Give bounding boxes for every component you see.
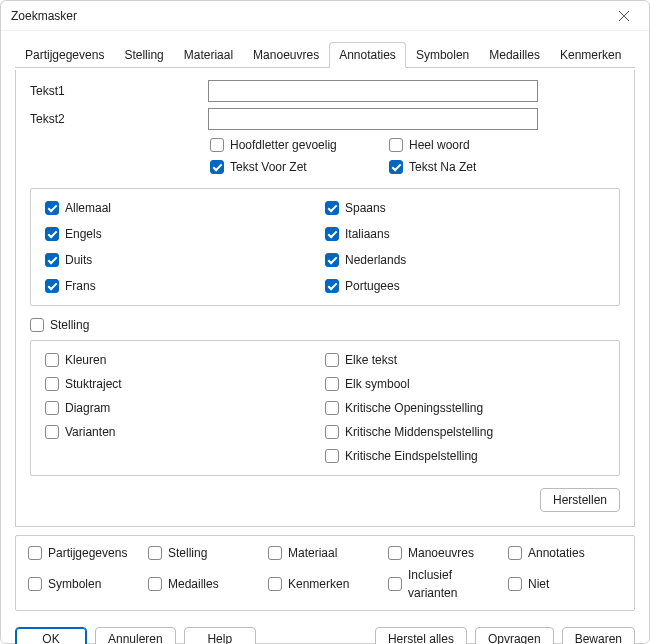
flag-kleuren-checkbox[interactable]: Kleuren <box>45 351 325 369</box>
flag-kritische-middenspelstelling-checkbox[interactable]: Kritische Middenspelstelling <box>325 423 605 441</box>
tab-partijgegevens[interactable]: Partijgegevens <box>15 42 114 68</box>
text1-input[interactable] <box>208 80 538 102</box>
save-button[interactable]: Bewaren <box>562 627 635 644</box>
filter-stelling-checkbox[interactable]: Stelling <box>148 544 262 562</box>
flag-elke-tekst-checkbox[interactable]: Elke tekst <box>325 351 605 369</box>
search-flags-group: KleurenStuktrajectDiagramVariantenElke t… <box>30 340 620 476</box>
flag-varianten-checkbox[interactable]: Varianten <box>45 423 325 441</box>
query-button[interactable]: Opvragen <box>475 627 554 644</box>
case-sensitive-checkbox[interactable]: Hoofdletter gevoelig <box>210 136 381 154</box>
text-before-move-label: Tekst Voor Zet <box>230 158 307 176</box>
help-button[interactable]: Help <box>184 627 256 644</box>
position-checkbox[interactable]: Stelling <box>30 316 620 334</box>
close-icon <box>619 11 629 21</box>
lang-engels-label: Engels <box>65 225 102 243</box>
filter-inclusief-varianten-checkbox[interactable]: Inclusief varianten <box>388 566 502 602</box>
flag-elke-tekst-label: Elke tekst <box>345 351 397 369</box>
lang-duits-label: Duits <box>65 251 92 269</box>
lang-frans-checkbox[interactable]: Frans <box>45 277 325 295</box>
flag-elk-symbool-label: Elk symbool <box>345 375 410 393</box>
checkbox-icon <box>45 279 59 293</box>
text2-input[interactable] <box>208 108 538 130</box>
text1-label: Tekst1 <box>30 84 200 98</box>
tab-kenmerken[interactable]: Kenmerken <box>550 42 631 68</box>
flag-kritische-middenspelstelling-label: Kritische Middenspelstelling <box>345 423 493 441</box>
filter-manoeuvres-label: Manoeuvres <box>408 544 474 562</box>
checkbox-icon <box>388 546 402 560</box>
filter-symbolen-checkbox[interactable]: Symbolen <box>28 566 142 602</box>
checkbox-icon <box>389 160 403 174</box>
lang-duits-checkbox[interactable]: Duits <box>45 251 325 269</box>
tab-symbolen[interactable]: Symbolen <box>406 42 479 68</box>
filter-materiaal-checkbox[interactable]: Materiaal <box>268 544 382 562</box>
tab-medailles[interactable]: Medailles <box>479 42 550 68</box>
checkbox-icon <box>210 160 224 174</box>
position-label: Stelling <box>50 316 89 334</box>
help-label: Help <box>207 632 232 644</box>
text-after-move-checkbox[interactable]: Tekst Na Zet <box>389 158 560 176</box>
lang-engels-checkbox[interactable]: Engels <box>45 225 325 243</box>
filter-niet-label: Niet <box>528 575 549 593</box>
query-label: Opvragen <box>488 632 541 644</box>
tab-stelling[interactable]: Stelling <box>114 42 173 68</box>
lang-allemaal-checkbox[interactable]: Allemaal <box>45 199 325 217</box>
reset-all-button[interactable]: Herstel alles <box>375 627 467 644</box>
restore-button[interactable]: Herstellen <box>540 488 620 512</box>
lang-spaans-checkbox[interactable]: Spaans <box>325 199 605 217</box>
checkbox-icon <box>325 227 339 241</box>
checkbox-icon <box>325 425 339 439</box>
lang-italiaans-checkbox[interactable]: Italiaans <box>325 225 605 243</box>
flag-diagram-checkbox[interactable]: Diagram <box>45 399 325 417</box>
flag-stuktraject-checkbox[interactable]: Stuktraject <box>45 375 325 393</box>
languages-group: AllemaalEngelsDuitsFransSpaansItaliaansN… <box>30 188 620 306</box>
tab-panel-annotaties: Tekst1 Tekst2 Hoofdletter gevoelig Heel … <box>15 70 635 527</box>
checkbox-icon <box>45 201 59 215</box>
checkbox-icon <box>325 377 339 391</box>
lang-nederlands-checkbox[interactable]: Nederlands <box>325 251 605 269</box>
filter-stelling-label: Stelling <box>168 544 207 562</box>
cancel-button[interactable]: Annuleren <box>95 627 176 644</box>
ok-button[interactable]: OK <box>15 627 87 644</box>
text1-row: Tekst1 <box>30 80 620 102</box>
filter-categories: PartijgegevensStellingMateriaalManoeuvre… <box>15 535 635 611</box>
checkbox-icon <box>325 449 339 463</box>
checkbox-icon <box>28 546 42 560</box>
lang-portugees-checkbox[interactable]: Portugees <box>325 277 605 295</box>
filter-manoeuvres-checkbox[interactable]: Manoeuvres <box>388 544 502 562</box>
dialog-footer: OK Annuleren Help Herstel alles Opvragen… <box>1 615 649 644</box>
tab-annotaties[interactable]: Annotaties <box>329 42 406 68</box>
text2-row: Tekst2 <box>30 108 620 130</box>
checkbox-icon <box>45 425 59 439</box>
checkbox-icon <box>325 201 339 215</box>
checkbox-icon <box>388 577 402 591</box>
filter-materiaal-label: Materiaal <box>288 544 337 562</box>
whole-word-checkbox[interactable]: Heel woord <box>389 136 560 154</box>
flag-stuktraject-label: Stuktraject <box>65 375 122 393</box>
flag-kritische-eindspelstelling-checkbox[interactable]: Kritische Eindspelstelling <box>325 447 605 465</box>
checkbox-icon <box>148 577 162 591</box>
checkbox-icon <box>325 253 339 267</box>
checkbox-icon <box>30 318 44 332</box>
lang-portugees-label: Portugees <box>345 277 400 295</box>
restore-button-label: Herstellen <box>553 493 607 507</box>
checkbox-icon <box>45 227 59 241</box>
tab-manoeuvres[interactable]: Manoeuvres <box>243 42 329 68</box>
filter-niet-checkbox[interactable]: Niet <box>508 566 622 602</box>
checkbox-icon <box>268 546 282 560</box>
tab-materiaal[interactable]: Materiaal <box>174 42 243 68</box>
close-button[interactable] <box>609 1 639 31</box>
titlebar: Zoekmasker <box>1 1 649 31</box>
lang-nederlands-label: Nederlands <box>345 251 406 269</box>
checkbox-icon <box>325 279 339 293</box>
filter-kenmerken-checkbox[interactable]: Kenmerken <box>268 566 382 602</box>
filter-partijgegevens-checkbox[interactable]: Partijgegevens <box>28 544 142 562</box>
tab-strip: PartijgegevensStellingMateriaalManoeuvre… <box>15 41 635 68</box>
whole-word-label: Heel woord <box>409 136 470 154</box>
filter-annotaties-checkbox[interactable]: Annotaties <box>508 544 622 562</box>
text-before-move-checkbox[interactable]: Tekst Voor Zet <box>210 158 381 176</box>
lang-italiaans-label: Italiaans <box>345 225 390 243</box>
filter-medailles-checkbox[interactable]: Medailles <box>148 566 262 602</box>
flag-kritische-openingsstelling-checkbox[interactable]: Kritische Openingsstelling <box>325 399 605 417</box>
checkbox-icon <box>508 577 522 591</box>
flag-elk-symbool-checkbox[interactable]: Elk symbool <box>325 375 605 393</box>
